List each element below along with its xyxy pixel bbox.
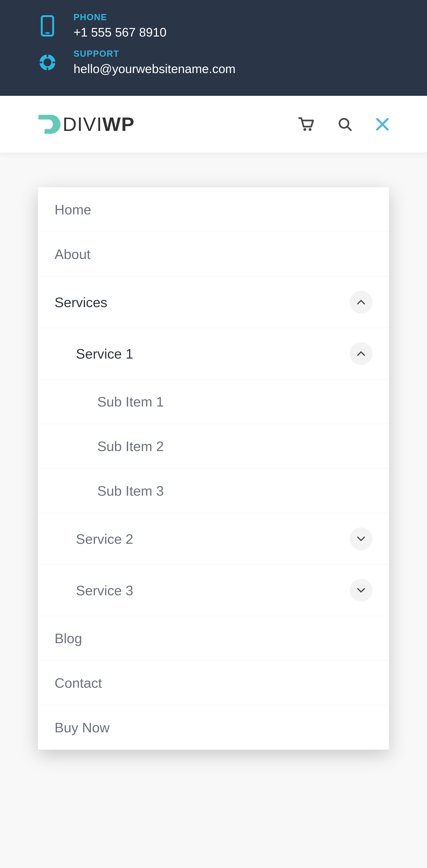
menu-item-buynow: Buy Now <box>38 705 389 750</box>
search-icon[interactable] <box>338 117 352 131</box>
site-logo[interactable]: DIVIWP <box>38 113 135 136</box>
support-label: SUPPORT <box>73 49 236 59</box>
svg-point-9 <box>309 128 311 131</box>
svg-rect-7 <box>53 62 56 63</box>
svg-point-8 <box>303 128 306 131</box>
menu-label-contact: Contact <box>55 675 102 691</box>
menu-label-service3: Service 3 <box>76 583 133 598</box>
phone-value[interactable]: +1 555 567 8910 <box>73 25 166 39</box>
phone-row: PHONE +1 555 567 8910 <box>38 8 389 44</box>
cart-icon[interactable] <box>298 117 314 131</box>
svg-point-3 <box>43 58 51 66</box>
svg-rect-1 <box>45 32 50 34</box>
support-row: SUPPORT hello@yourwebsitename.com <box>38 44 389 81</box>
close-menu-icon[interactable] <box>376 118 389 131</box>
menu-item-contact: Contact <box>38 661 389 705</box>
support-icon <box>38 51 57 74</box>
svg-line-11 <box>347 127 351 130</box>
menu-item-service3: Service 3 <box>38 565 389 616</box>
menu-item-sub1: Sub Item 1 <box>38 379 389 424</box>
phone-label: PHONE <box>73 12 166 22</box>
expand-toggle-service2[interactable] <box>350 527 372 550</box>
logo-text: DIVIWP <box>63 113 135 135</box>
menu-label-blog: Blog <box>55 630 82 646</box>
menu-item-blog: Blog <box>38 616 389 661</box>
menu-item-service2: Service 2 <box>38 513 389 565</box>
collapse-toggle-services[interactable] <box>350 291 372 313</box>
svg-rect-6 <box>39 62 42 63</box>
svg-rect-4 <box>47 54 49 57</box>
menu-item-sub2: Sub Item 2 <box>38 424 389 469</box>
mobile-menu: Home About Services Service 1 <box>38 187 389 750</box>
expand-toggle-service3[interactable] <box>350 579 372 602</box>
submenu-services: Service 1 Sub Item 1 Sub Item 2 Sub Item… <box>38 328 389 616</box>
menu-label-sub2: Sub Item 2 <box>97 438 164 454</box>
menu-item-service1: Service 1 Sub Item 1 Sub Item 2 Sub Item… <box>38 328 389 513</box>
menu-label-sub3: Sub Item 3 <box>97 483 164 499</box>
menu-item-home: Home <box>38 187 389 232</box>
chevron-up-icon <box>356 299 366 305</box>
phone-icon <box>38 15 57 36</box>
menu-label-service1: Service 1 <box>76 346 133 362</box>
collapse-toggle-service1[interactable] <box>350 342 372 365</box>
top-bar: PHONE +1 555 567 8910 SUPPORT hello@your… <box>0 0 427 96</box>
submenu-service1: Sub Item 1 Sub Item 2 Sub Item 3 <box>38 379 389 513</box>
menu-label-home: Home <box>55 202 91 217</box>
menu-label-service2: Service 2 <box>76 531 133 547</box>
menu-label-buynow: Buy Now <box>55 719 110 736</box>
logo-mark-icon <box>38 113 62 136</box>
menu-item-about: About <box>38 232 389 277</box>
menu-item-services: Services Service 1 Sub Item <box>38 277 389 616</box>
menu-label-about: About <box>55 246 91 262</box>
support-value[interactable]: hello@yourwebsitename.com <box>73 62 236 76</box>
chevron-down-icon <box>356 587 366 593</box>
chevron-up-icon <box>356 350 366 357</box>
menu-item-sub3: Sub Item 3 <box>38 469 389 513</box>
menu-label-sub1: Sub Item 1 <box>97 394 164 410</box>
svg-rect-5 <box>47 68 49 71</box>
chevron-down-icon <box>356 536 366 542</box>
site-header: DIVIWP <box>0 96 427 153</box>
menu-label-services: Services <box>55 294 107 310</box>
